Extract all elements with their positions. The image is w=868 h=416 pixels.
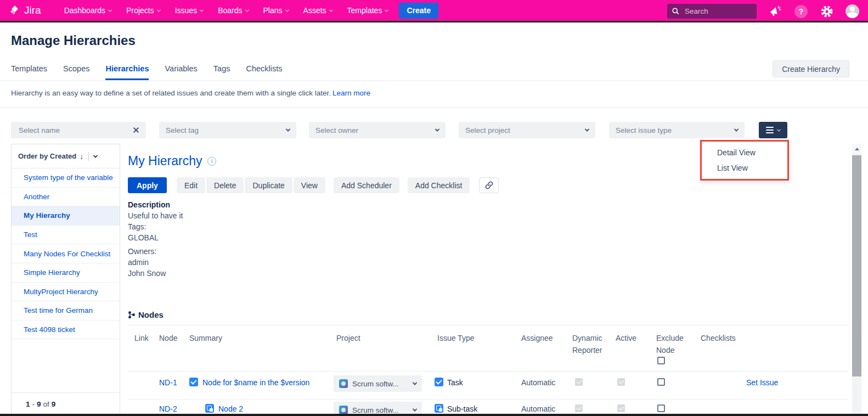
brand-text: Jira [24, 4, 41, 16]
add-scheduler-button[interactable]: Add Scheduler [334, 177, 399, 193]
gear-icon[interactable] [820, 4, 834, 19]
hierarchy-item[interactable]: System type of the variable [12, 168, 120, 188]
page-tabs: Templates Scopes Hierarchies Variables T… [11, 64, 283, 80]
app-window: Jira Dashboards Projects Issues Boards P… [0, 0, 868, 416]
chevron-down-icon [413, 407, 417, 411]
col-header-node: Node [159, 332, 177, 344]
create-button[interactable]: Create [399, 3, 438, 19]
view-options-dropdown annotation-box: Detail View List View [700, 140, 789, 181]
learn-more-link[interactable]: Learn more [332, 89, 370, 97]
dynamic-reporter-checkbox [575, 404, 583, 412]
scroll-up-arrow[interactable] [852, 144, 861, 154]
menu-item-list-view[interactable]: List View [702, 160, 787, 176]
tab-hierarchies[interactable]: Hierarchies [105, 64, 149, 80]
subtask-icon [435, 404, 443, 413]
announcements-megaphone-icon[interactable] [768, 4, 782, 19]
col-header-exclude-node: Exclude Node [656, 332, 687, 356]
chevron-down-icon [734, 127, 739, 131]
tab-templates[interactable]: Templates [11, 64, 47, 80]
exclude-node-checkbox[interactable] [657, 378, 665, 386]
filter-issue-type-select[interactable]: Select issue type [609, 122, 745, 138]
dynamic-reporter-checkbox [575, 378, 583, 386]
sidebar-empty-space [12, 339, 120, 392]
project-avatar-icon [339, 406, 348, 414]
filter-tag-select[interactable]: Select tag [159, 122, 296, 138]
menu-templates[interactable]: Templates [347, 6, 388, 15]
divider [128, 399, 848, 400]
subtask-icon [205, 404, 214, 413]
col-header-assignee: Assignee [521, 332, 553, 344]
node-summary-link[interactable]: Node 2 [218, 404, 243, 413]
sort-desc-icon[interactable]: ↓ [80, 152, 83, 161]
chevron-down-icon [413, 380, 417, 385]
create-hierarchy-button[interactable]: Create Hierarchy [773, 60, 849, 77]
menu-plans[interactable]: Plans [263, 6, 289, 15]
copy-link-button[interactable] [479, 177, 499, 193]
hierarchy-item[interactable]: MultyProject Hierarchy [12, 283, 120, 302]
active-checkbox [617, 404, 625, 412]
hierarchy-item[interactable]: Test 4098 ticket [12, 321, 120, 340]
order-by-header[interactable]: Order by Created ↓ [12, 144, 120, 168]
menu-issues[interactable]: Issues [175, 6, 203, 15]
tab-tags[interactable]: Tags [213, 64, 230, 80]
user-avatar[interactable] [846, 4, 859, 18]
divider [0, 108, 868, 108]
hierarchy-item[interactable]: Test [12, 226, 120, 245]
tags-label: Tags: [128, 221, 183, 232]
node-key-link[interactable]: ND-1 [159, 378, 177, 387]
duplicate-button[interactable]: Duplicate [245, 177, 292, 193]
node-summary-link[interactable]: Node for $name in the $version [202, 378, 309, 387]
exclude-node-checkbox[interactable] [657, 404, 665, 412]
view-options-button[interactable] [759, 122, 787, 138]
delete-button[interactable]: Delete [206, 177, 244, 193]
chevron-down-icon [245, 8, 249, 12]
navbar-right-cluster: ? [667, 0, 859, 23]
apply-button[interactable]: Apply [128, 177, 167, 193]
active-checkbox [617, 378, 625, 386]
col-header-project: Project [336, 332, 360, 344]
task-icon [435, 378, 443, 386]
help-icon[interactable]: ? [794, 4, 808, 19]
menu-item-detail-view[interactable]: Detail View [702, 145, 787, 160]
page-title: Manage Hierarchies [11, 33, 136, 48]
tags-value: GLOBAL [128, 232, 183, 243]
chevron-down-icon [157, 8, 161, 12]
info-icon[interactable]: i [207, 157, 216, 166]
filter-name[interactable] [11, 122, 146, 138]
edit-button[interactable]: Edit [177, 177, 205, 193]
vertical-scrollbar[interactable] [852, 144, 861, 416]
tab-scopes[interactable]: Scopes [63, 64, 89, 80]
project-select[interactable]: Scrum softw... [334, 375, 422, 392]
hamburger-icon [766, 127, 774, 133]
tab-variables[interactable]: Variables [165, 64, 197, 80]
view-button[interactable]: View [294, 177, 325, 193]
menu-assets[interactable]: Assets [303, 6, 332, 15]
name-filter-input[interactable] [18, 126, 116, 135]
search-input[interactable] [684, 7, 749, 16]
filter-owner-select[interactable]: Select owner [309, 122, 446, 138]
hierarchy-item[interactable]: Simple Hierarchy [12, 263, 120, 283]
hierarchy-item[interactable]: Another [12, 188, 120, 207]
menu-projects[interactable]: Projects [126, 6, 160, 15]
hierarchy-item-selected[interactable]: My Hierarchy [12, 206, 120, 226]
nodes-tree-icon [128, 311, 136, 319]
divider [128, 325, 848, 325]
scrollbar-thumb[interactable] [852, 155, 861, 376]
clear-icon[interactable] [133, 127, 139, 133]
global-search[interactable] [667, 4, 757, 19]
hierarchy-item[interactable]: Test time for German [12, 301, 120, 321]
add-checklist-button[interactable]: Add Checklist [408, 177, 470, 193]
project-avatar-icon [339, 379, 348, 388]
exclude-all-checkbox[interactable] [657, 357, 665, 364]
node-key-link[interactable]: ND-2 [159, 404, 177, 413]
set-issue-link[interactable]: Set Issue [746, 378, 778, 387]
menu-dashboards[interactable]: Dashboards [64, 6, 112, 15]
jira-logo[interactable]: Jira [9, 4, 41, 16]
menu-boards[interactable]: Boards [218, 6, 248, 15]
chevron-down-icon[interactable] [93, 153, 98, 158]
chevron-down-icon [285, 8, 289, 12]
hierarchy-item[interactable]: Many Nodes For Checklist [12, 244, 120, 263]
tab-checklists[interactable]: Checklists [246, 64, 282, 80]
col-header-dynamic-reporter: Dynamic Reporter [572, 332, 611, 356]
filter-project-select[interactable]: Select project [459, 122, 595, 138]
